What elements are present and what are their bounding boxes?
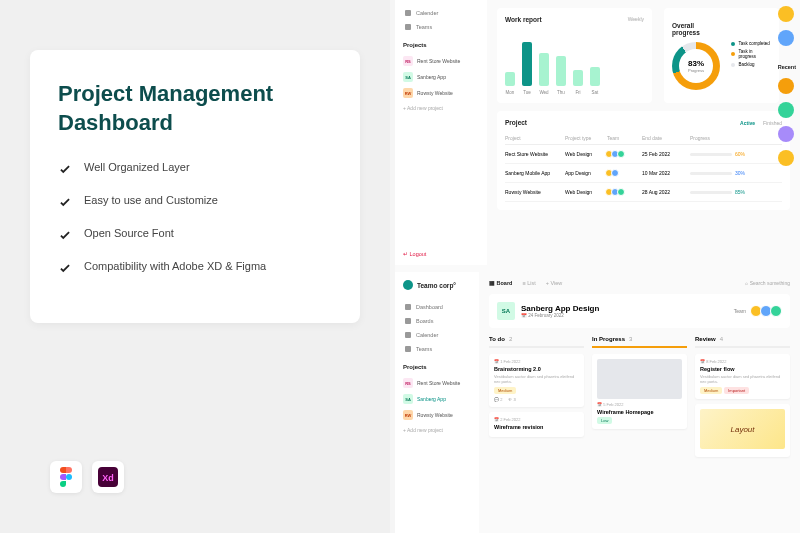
feature-item: Open Source Font — [58, 227, 332, 242]
task-card[interactable]: 📅 2 Feb 2022 Wireframe revision — [489, 412, 584, 437]
bar — [522, 42, 532, 86]
bar — [590, 67, 600, 86]
search-input[interactable]: ⌕ Search something — [745, 280, 790, 286]
figma-logo — [50, 461, 82, 493]
feature-item: Compatibility with Adobe XD & Figma — [58, 260, 332, 275]
project-badge: RS — [403, 56, 413, 66]
nav-calendar[interactable]: Calender — [403, 328, 471, 342]
add-project-button[interactable]: + Add new project — [403, 423, 471, 437]
legend-item: Task completed — [731, 41, 771, 46]
project-badge: RW — [403, 88, 413, 98]
table-row[interactable]: Rect Store WebsiteWeb Design25 Feb 20226… — [505, 145, 782, 164]
view-add[interactable]: + View — [546, 280, 563, 286]
project-item[interactable]: RSRent Store Website — [403, 375, 471, 391]
task-card[interactable]: 📅 5 Feb 2022 Wireframe Homepage Low — [592, 354, 687, 429]
home-icon — [405, 304, 411, 310]
nav-teams[interactable]: Teams — [403, 20, 479, 34]
task-card[interactable]: 📅 8 Feb 2022 Register flow Vestibulum au… — [695, 354, 790, 399]
overall-progress-card: Overall progress 83%Progress Task comple… — [664, 8, 779, 103]
view-board[interactable]: ▦ Board — [489, 280, 512, 286]
view-list[interactable]: ≡ List — [522, 280, 535, 286]
calendar-icon — [405, 332, 411, 338]
boards-icon — [405, 318, 411, 324]
bar — [573, 70, 583, 87]
avatar[interactable] — [778, 78, 794, 94]
avatar[interactable] — [778, 30, 794, 46]
sidebar: Teamo corp° Dashboard Boards Calender Te… — [395, 272, 479, 533]
nav-teams[interactable]: Teams — [403, 342, 471, 356]
avatar[interactable] — [778, 102, 794, 118]
xd-logo: Xd — [92, 461, 124, 493]
teams-icon — [405, 24, 411, 30]
table-row[interactable]: Rowsty WebsiteWeb Design28 Aug 202285% — [505, 183, 782, 202]
calendar-icon — [405, 10, 411, 16]
column-todo: To do2 📅 1 Feb 2022 Brainstorming 2.0 Ve… — [489, 336, 584, 462]
task-image — [597, 359, 682, 399]
brand[interactable]: Teamo corp° — [403, 280, 471, 290]
avatar[interactable] — [778, 150, 794, 166]
column-progress: In Progress3 📅 5 Feb 2022 Wireframe Home… — [592, 336, 687, 462]
promo-card: Project Management Dashboard Well Organi… — [30, 50, 360, 323]
sidebar: Calender Teams Projects RSRent Store Web… — [395, 0, 487, 265]
nav-calendar[interactable]: Calender — [403, 6, 479, 20]
project-item[interactable]: RSRent Store Website — [403, 53, 479, 69]
bar — [556, 56, 566, 86]
project-item[interactable]: SASanberg App — [403, 391, 471, 407]
bar — [539, 53, 549, 86]
work-report-card: Work reportWeekly MonTueWedThuFriSat — [497, 8, 652, 103]
nav-dashboard[interactable]: Dashboard — [403, 300, 471, 314]
avatar[interactable] — [778, 126, 794, 142]
project-header: SA Sanberg App Design📅 24 February 2022 … — [489, 294, 790, 328]
recent-panel: Recent — [778, 6, 796, 166]
bar — [505, 72, 515, 86]
project-item[interactable]: SASanberg App — [403, 69, 479, 85]
project-item[interactable]: RWRowsty Website — [403, 85, 479, 101]
teams-icon — [405, 346, 411, 352]
task-card[interactable]: Layout — [695, 404, 790, 457]
table-row[interactable]: Sanberg Mobile AppApp Design10 Mar 20223… — [505, 164, 782, 183]
task-card[interactable]: 📅 1 Feb 2022 Brainstorming 2.0 Vestibulu… — [489, 354, 584, 407]
feature-item: Easy to use and Customize — [58, 194, 332, 209]
projects-heading: Projects — [403, 42, 479, 48]
donut-chart: 83%Progress — [672, 42, 720, 90]
logout-button[interactable]: ↵ Logout — [403, 251, 426, 257]
brand-icon — [403, 280, 413, 290]
bar-chart — [505, 31, 644, 86]
avatar[interactable] — [778, 6, 794, 22]
legend-item: Task in progress — [731, 49, 771, 59]
tab-active[interactable]: Active — [740, 120, 755, 126]
task-image: Layout — [700, 409, 785, 449]
project-table-card: ProjectActiveFinished ProjectProject typ… — [497, 111, 790, 210]
promo-title: Project Management Dashboard — [58, 80, 332, 137]
project-item[interactable]: RWRowsty Website — [403, 407, 471, 423]
column-review: Review4 📅 8 Feb 2022 Register flow Vesti… — [695, 336, 790, 462]
feature-item: Well Organized Layer — [58, 161, 332, 176]
legend-item: Backlog — [731, 62, 771, 67]
nav-boards[interactable]: Boards — [403, 314, 471, 328]
svg-text:Xd: Xd — [102, 473, 114, 483]
card-title: Work report — [505, 16, 542, 23]
add-project-button[interactable]: + Add new project — [403, 101, 479, 115]
project-badge: SA — [403, 72, 413, 82]
svg-point-0 — [66, 474, 72, 480]
